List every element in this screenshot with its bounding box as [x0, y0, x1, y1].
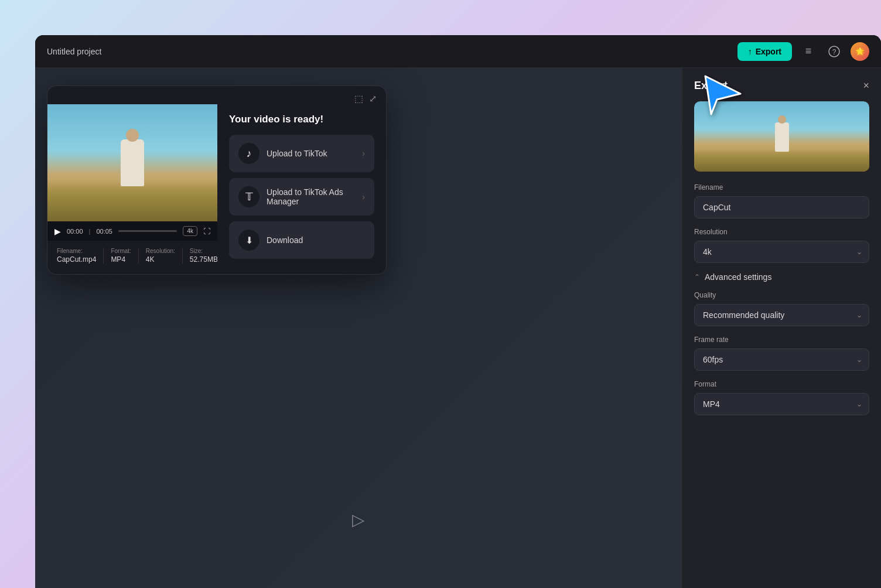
- expand-icon[interactable]: ⤢: [369, 93, 377, 104]
- top-bar-actions: ↑ Export ≡ ? 🌟: [737, 42, 869, 61]
- meta-size-value: 52.75MB: [190, 255, 218, 264]
- grass-overlay: [47, 180, 217, 221]
- meta-resolution-value: 4K: [146, 255, 175, 264]
- upload-tiktok-ads-label: Upload to TikTok Ads Manager: [267, 187, 355, 206]
- meta-resolution-label: Resolution:: [146, 248, 175, 254]
- video-ready-title: Your video is ready!: [229, 114, 374, 125]
- tiktok-icon-container: ♪: [238, 143, 259, 164]
- tiktok-ads-icon-container: 𝕋: [238, 186, 259, 207]
- resolution-select[interactable]: 4k 1080p 720p 480p: [694, 241, 869, 263]
- export-upload-icon: ↑: [748, 47, 752, 56]
- beach-scene: [47, 104, 217, 221]
- download-label: Download: [267, 235, 303, 245]
- meta-filename-value: CapCut.mp4: [57, 255, 96, 264]
- svg-text:?: ?: [832, 48, 836, 56]
- framerate-select-wrapper: 60fps 30fps 24fps ⌄: [694, 348, 869, 371]
- video-controls-bar: ▶ 00:00 | 00:05 4k ⛶: [47, 221, 217, 241]
- meta-row: Filename: CapCut.mp4 Format: MP4 Resolut…: [47, 241, 217, 271]
- user-avatar[interactable]: 🌟: [851, 42, 869, 61]
- export-thumbnail: [694, 101, 869, 172]
- app-window: Untitled project ↑ Export ≡ ? 🌟 ▷: [35, 35, 881, 588]
- fullscreen-button[interactable]: ⛶: [203, 227, 210, 235]
- background-play-icon[interactable]: ▷: [352, 510, 365, 529]
- resolution-label: Resolution: [694, 228, 869, 236]
- upload-tiktok-ads-chevron: ›: [362, 192, 365, 201]
- download-icon: ⬇: [245, 235, 253, 246]
- play-button[interactable]: ▶: [54, 227, 61, 236]
- meta-filename: Filename: CapCut.mp4: [57, 248, 104, 264]
- meta-resolution: Resolution: 4K: [139, 248, 183, 264]
- download-button[interactable]: ⬇ Download: [229, 221, 374, 259]
- video-ready-dialog: ⬚ ⤢ ▶ 00:00: [47, 86, 387, 275]
- format-label: Format: [694, 380, 869, 388]
- upload-tiktok-button[interactable]: ♪ Upload to TikTok ›: [229, 135, 374, 172]
- advanced-settings-label: Advanced settings: [705, 272, 771, 282]
- meta-format-label: Format:: [111, 248, 131, 254]
- video-preview-container: ▶ 00:00 | 00:05 4k ⛶ Filen: [47, 104, 386, 274]
- resolution-select-wrapper: 4k 1080p 720p 480p ⌄: [694, 241, 869, 263]
- close-export-button[interactable]: ×: [863, 80, 869, 92]
- tiktok-ads-icon: 𝕋: [245, 190, 253, 203]
- upload-tiktok-label: Upload to TikTok: [267, 149, 327, 158]
- framerate-section: Frame rate 60fps 30fps 24fps ⌄: [682, 336, 881, 380]
- beach-figure: [121, 139, 144, 186]
- total-time: 00:05: [96, 228, 112, 235]
- export-thumb-figure: [775, 122, 789, 152]
- video-thumbnail: [47, 104, 217, 221]
- comment-icon[interactable]: ⬚: [354, 93, 363, 104]
- filename-label: Filename: [694, 183, 869, 192]
- meta-size-label: Size:: [190, 248, 218, 254]
- quality-label: Quality: [694, 291, 869, 299]
- current-time: 00:00: [67, 228, 83, 235]
- quality-select-wrapper: Recommended quality High quality Standar…: [694, 304, 869, 326]
- upload-tiktok-ads-button[interactable]: 𝕋 Upload to TikTok Ads Manager ›: [229, 178, 374, 216]
- content-area: ▷ ⬚ ⤢: [35, 68, 881, 588]
- export-panel: Export × Filename Resolution: [682, 68, 881, 588]
- download-icon-container: ⬇: [238, 230, 259, 251]
- export-thumb-scene: [694, 101, 869, 172]
- framerate-label: Frame rate: [694, 336, 869, 344]
- quality-badge: 4k: [183, 226, 197, 236]
- main-area: ▷ ⬚ ⤢: [35, 68, 682, 588]
- export-thumb-grass: [694, 149, 869, 172]
- framerate-select[interactable]: 60fps 30fps 24fps: [694, 348, 869, 371]
- top-bar: Untitled project ↑ Export ≡ ? 🌟: [35, 35, 881, 68]
- format-select-wrapper: MP4 MOV AVI ⌄: [694, 393, 869, 415]
- dialog-top-icons: ⬚ ⤢: [47, 86, 386, 104]
- meta-filename-label: Filename:: [57, 248, 96, 254]
- quality-section: Quality Recommended quality High quality…: [682, 291, 881, 336]
- project-title: Untitled project: [47, 47, 101, 56]
- filename-section: Filename: [682, 183, 881, 228]
- meta-format-value: MP4: [111, 255, 131, 264]
- export-panel-header: Export ×: [682, 68, 881, 101]
- quality-select[interactable]: Recommended quality High quality Standar…: [694, 304, 869, 326]
- format-section: Format MP4 MOV AVI ⌄: [682, 380, 881, 425]
- advanced-settings-chevron-icon: ⌃: [694, 273, 700, 281]
- progress-bar[interactable]: [118, 230, 177, 232]
- menu-icon[interactable]: ≡: [799, 42, 818, 61]
- meta-format: Format: MP4: [104, 248, 138, 264]
- format-select[interactable]: MP4 MOV AVI: [694, 393, 869, 415]
- tiktok-icon: ♪: [247, 148, 252, 160]
- filename-input[interactable]: [694, 196, 869, 218]
- resolution-section: Resolution 4k 1080p 720p 480p ⌄: [682, 228, 881, 272]
- help-icon[interactable]: ?: [825, 42, 844, 61]
- video-ready-panel: Your video is ready! ♪ Upload to TikTok …: [217, 104, 386, 274]
- video-preview: ▶ 00:00 | 00:05 4k ⛶ Filen: [47, 104, 217, 274]
- export-button[interactable]: ↑ Export: [737, 42, 792, 61]
- advanced-settings-header[interactable]: ⌃ Advanced settings: [682, 272, 881, 291]
- export-panel-title: Export: [694, 80, 728, 92]
- upload-tiktok-chevron: ›: [362, 149, 365, 158]
